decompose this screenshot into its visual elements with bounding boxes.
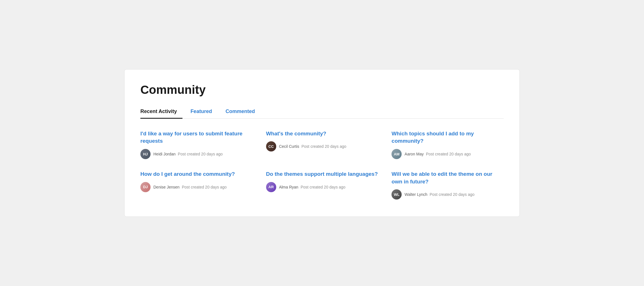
post-info: Post created 20 days ago xyxy=(182,185,227,189)
author-name: Walter Lynch xyxy=(404,192,427,197)
meta-text: Walter Lynch Post created 20 days ago xyxy=(404,192,474,197)
tab-featured[interactable]: Featured xyxy=(190,106,217,119)
post-title[interactable]: Which topics should I add to my communit… xyxy=(391,130,504,145)
post-item: What's the community? CC Cecil Curtis Po… xyxy=(266,130,378,159)
author-name: Denise Jensen xyxy=(153,185,180,189)
meta-text: Alma Ryan Post created 20 days ago xyxy=(279,185,345,189)
avatar-initials: CC xyxy=(268,144,274,149)
avatar: HJ xyxy=(140,149,151,159)
post-info: Post created 20 days ago xyxy=(301,185,345,189)
post-title[interactable]: Will we be able to edit the theme on our… xyxy=(391,170,504,185)
meta-text: Cecil Curtis Post created 20 days ago xyxy=(279,144,346,149)
meta-text: Denise Jensen Post created 20 days ago xyxy=(153,185,227,189)
avatar-initials: AR xyxy=(268,185,274,189)
avatar: CC xyxy=(266,141,276,151)
post-meta: HJ Heidi Jordan Post created 20 days ago xyxy=(140,149,253,159)
tab-commented[interactable]: Commented xyxy=(225,106,260,119)
post-meta: AR Alma Ryan Post created 20 days ago xyxy=(266,182,378,192)
page-title: Community xyxy=(140,83,504,97)
avatar: WL xyxy=(391,189,402,200)
avatar: DJ xyxy=(140,182,151,192)
avatar-initials: HJ xyxy=(143,152,148,156)
post-meta: DJ Denise Jensen Post created 20 days ag… xyxy=(140,182,253,192)
post-info: Post created 20 days ago xyxy=(178,152,223,156)
post-meta: CC Cecil Curtis Post created 20 days ago xyxy=(266,141,378,151)
post-item: How do I get around the community? DJ De… xyxy=(140,170,253,200)
meta-text: Aaron May Post created 20 days ago xyxy=(404,152,471,156)
post-info: Post created 20 days ago xyxy=(426,152,471,156)
post-item: Which topics should I add to my communit… xyxy=(391,130,504,159)
tabs-container: Recent Activity Featured Commented xyxy=(140,106,504,119)
post-info: Post created 20 days ago xyxy=(301,144,346,149)
post-item: Do the themes support multiple languages… xyxy=(266,170,378,200)
avatar: AM xyxy=(391,149,402,159)
avatar-initials: WL xyxy=(394,192,399,197)
meta-text: Heidi Jordan Post created 20 days ago xyxy=(153,152,223,156)
author-name: Cecil Curtis xyxy=(279,144,299,149)
avatar-initials: DJ xyxy=(143,185,148,189)
avatar-initials: AM xyxy=(394,152,399,156)
post-title[interactable]: What's the community? xyxy=(266,130,378,138)
post-item: Will we be able to edit the theme on our… xyxy=(391,170,504,200)
post-title[interactable]: How do I get around the community? xyxy=(140,170,253,178)
tab-recent-activity[interactable]: Recent Activity xyxy=(140,106,182,119)
post-info: Post created 20 days ago xyxy=(430,192,475,197)
posts-grid: I'd like a way for users to submit featu… xyxy=(140,130,504,200)
post-item: I'd like a way for users to submit featu… xyxy=(140,130,253,159)
post-meta: WL Walter Lynch Post created 20 days ago xyxy=(391,189,504,200)
author-name: Heidi Jordan xyxy=(153,152,176,156)
post-title[interactable]: Do the themes support multiple languages… xyxy=(266,170,378,178)
post-title[interactable]: I'd like a way for users to submit featu… xyxy=(140,130,253,145)
post-meta: AM Aaron May Post created 20 days ago xyxy=(391,149,504,159)
author-name: Alma Ryan xyxy=(279,185,298,189)
community-card: Community Recent Activity Featured Comme… xyxy=(124,69,520,217)
avatar: AR xyxy=(266,182,276,192)
author-name: Aaron May xyxy=(404,152,424,156)
